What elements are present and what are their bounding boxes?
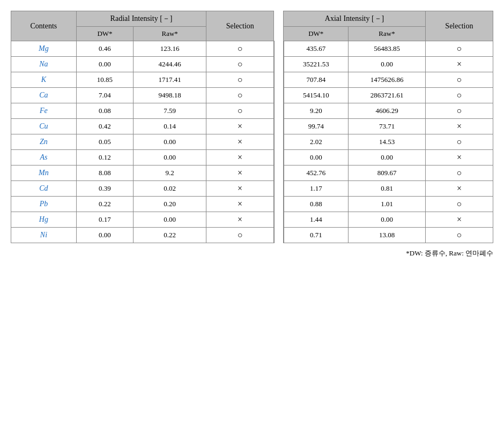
radial-dw-cell: 7.04 [76,88,133,103]
divider-cell [274,103,284,119]
table-row: K10.851717.41○707.841475626.86○ [11,72,493,88]
radial-dw-cell: 8.08 [76,165,133,181]
table-row: Cd0.390.02×1.170.81× [11,181,493,197]
element-cell: Mg [11,41,77,57]
element-cell: As [11,150,77,165]
table-row: Mg0.46123.16○435.6756483.85○ [11,41,493,57]
page-container: Contents Radial Intensity [－] Selection … [11,11,493,258]
raw-header-2: Raw* [349,27,426,41]
radial-raw-cell: 7.59 [134,103,206,119]
axial-raw-cell: 0.00 [349,150,426,165]
axial-raw-cell: 1475626.86 [349,72,426,88]
axial-selection-cell: × [425,119,493,134]
axial-dw-cell: 707.84 [284,72,349,88]
element-cell: Ca [11,88,77,103]
radial-selection-cell: × [206,197,274,212]
axial-raw-cell: 809.67 [349,165,426,181]
divider-cell [274,88,284,103]
radial-raw-cell: 0.22 [134,228,206,243]
dw-header-2: DW* [284,27,349,41]
radial-selection-cell: ○ [206,228,274,243]
table-row: Ca7.049498.18○54154.102863721.61○ [11,88,493,103]
element-cell: Cu [11,119,77,134]
radial-raw-cell: 9498.18 [134,88,206,103]
axial-raw-cell: 13.08 [349,228,426,243]
radial-selection-cell: ○ [206,103,274,119]
radial-raw-cell: 0.02 [134,181,206,197]
radial-dw-cell: 0.00 [76,57,133,72]
divider [274,11,284,41]
radial-raw-cell: 0.00 [134,150,206,165]
axial-header: Axial Intensity [－] [284,11,426,27]
axial-dw-cell: 0.88 [284,197,349,212]
axial-selection-cell: ○ [425,103,493,119]
divider-cell [274,181,284,197]
radial-raw-cell: 9.2 [134,165,206,181]
radial-raw-cell: 0.14 [134,119,206,134]
axial-selection-cell: × [425,212,493,228]
axial-raw-cell: 0.00 [349,57,426,72]
radial-dw-cell: 0.08 [76,103,133,119]
axial-raw-cell: 2863721.61 [349,88,426,103]
radial-selection-cell: × [206,212,274,228]
axial-raw-cell: 73.71 [349,119,426,134]
radial-dw-cell: 0.05 [76,134,133,150]
axial-selection-cell: ○ [425,197,493,212]
axial-dw-cell: 99.74 [284,119,349,134]
radial-dw-cell: 0.12 [76,150,133,165]
radial-raw-cell: 4244.46 [134,57,206,72]
element-cell: Hg [11,212,77,228]
axial-dw-cell: 0.00 [284,150,349,165]
axial-raw-cell: 56483.85 [349,41,426,57]
axial-dw-cell: 9.20 [284,103,349,119]
radial-raw-cell: 1717.41 [134,72,206,88]
radial-selection-cell: × [206,134,274,150]
table-row: As0.120.00×0.000.00× [11,150,493,165]
raw-header-1: Raw* [134,27,206,41]
table-row: Ni0.000.22○0.7113.08○ [11,228,493,243]
axial-dw-cell: 1.17 [284,181,349,197]
data-table: Contents Radial Intensity [－] Selection … [11,11,493,243]
radial-dw-cell: 0.42 [76,119,133,134]
divider-cell [274,197,284,212]
table-row: Fe0.087.59○9.204606.29○ [11,103,493,119]
axial-dw-cell: 452.76 [284,165,349,181]
selection-header-1: Selection [206,11,274,41]
axial-selection-cell: ○ [425,72,493,88]
axial-raw-cell: 1.01 [349,197,426,212]
radial-dw-cell: 0.00 [76,228,133,243]
axial-dw-cell: 0.71 [284,228,349,243]
contents-header: Contents [11,11,77,41]
radial-selection-cell: ○ [206,88,274,103]
radial-selection-cell: ○ [206,57,274,72]
radial-selection-cell: × [206,165,274,181]
divider-cell [274,212,284,228]
table-body: Mg0.46123.16○435.6756483.85○Na0.004244.4… [11,41,493,243]
divider-cell [274,134,284,150]
table-row: Mn8.089.2×452.76809.67○ [11,165,493,181]
radial-dw-cell: 0.17 [76,212,133,228]
axial-selection-cell: × [425,150,493,165]
selection-header-2: Selection [425,11,493,41]
radial-raw-cell: 0.00 [134,134,206,150]
element-cell: Zn [11,134,77,150]
element-cell: Ni [11,228,77,243]
axial-dw-cell: 435.67 [284,41,349,57]
axial-dw-cell: 2.02 [284,134,349,150]
radial-selection-cell: × [206,181,274,197]
table-row: Cu0.420.14×99.7473.71× [11,119,493,134]
axial-selection-cell: ○ [425,41,493,57]
element-cell: Cd [11,181,77,197]
axial-dw-cell: 1.44 [284,212,349,228]
axial-raw-cell: 0.00 [349,212,426,228]
dw-header-1: DW* [76,27,133,41]
axial-raw-cell: 14.53 [349,134,426,150]
axial-dw-cell: 54154.10 [284,88,349,103]
radial-raw-cell: 0.20 [134,197,206,212]
divider-cell [274,41,284,57]
axial-selection-cell: ○ [425,88,493,103]
radial-raw-cell: 123.16 [134,41,206,57]
element-cell: K [11,72,77,88]
axial-selection-cell: ○ [425,228,493,243]
divider-cell [274,165,284,181]
